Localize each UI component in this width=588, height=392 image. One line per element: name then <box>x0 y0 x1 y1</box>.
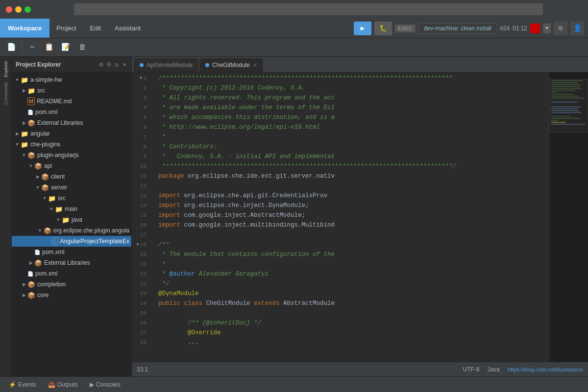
bottom-tab-events[interactable]: ⚡ Events <box>4 379 41 390</box>
stop-button[interactable] <box>530 23 540 33</box>
tree-item[interactable]: ▼📦plugin-angularjs <box>12 150 131 161</box>
menu-item-workspace[interactable]: Workspace <box>0 19 49 38</box>
bottom-tab-outputs[interactable]: 📤 Outputs <box>43 379 83 390</box>
tree-item[interactable]: ▼📁java <box>12 214 131 225</box>
line-number: 22 <box>132 279 150 289</box>
code-line[interactable]: public class CheGitModule extends Abstra… <box>158 299 549 308</box>
tree-item[interactable]: ▼📁src <box>12 193 131 204</box>
side-icon-commands[interactable]: Commands <box>2 80 9 107</box>
editor-tabs: ApiServletModule CheGitModule ✕ <box>132 57 588 72</box>
tree-item[interactable]: ▶📁src <box>12 85 131 96</box>
run-command[interactable]: dev-machine: clean install <box>418 23 497 34</box>
menu-item-edit[interactable]: Edit <box>83 19 108 38</box>
tree-item[interactable]: 📄pom.xml <box>12 247 131 257</box>
tab-che-git[interactable]: CheGitModule ✕ <box>199 58 263 72</box>
code-line[interactable]: * Copyright (c) 2012-2016 Codenvy, S.A. <box>158 83 549 93</box>
new-file-button[interactable]: 📄 <box>4 41 19 54</box>
tree-item-label: src <box>58 195 66 202</box>
fold-arrow[interactable]: ▼ <box>136 240 139 250</box>
line-number: 3 <box>132 93 150 103</box>
tree-item[interactable]: ▶📦core <box>12 290 131 300</box>
tree-item[interactable]: ▶📦completion <box>12 279 131 290</box>
tree-item[interactable]: ▼📁main <box>12 204 131 214</box>
code-line[interactable]: */ <box>158 279 549 289</box>
code-line[interactable]: * @author Alexander Garagatyi <box>158 269 549 279</box>
code-line[interactable] <box>158 181 549 191</box>
line-number: ▼18 <box>132 240 150 250</box>
menu-items: Workspace Project Edit Assistant <box>0 19 147 38</box>
menu-item-assistant[interactable]: Assistant <box>108 19 147 38</box>
debug-button[interactable] <box>374 22 392 35</box>
menu-item-project[interactable]: Project <box>49 19 83 38</box>
tree-item[interactable]: ▼📁a-simple-hw <box>12 74 131 85</box>
fold-arrow[interactable]: ▼ <box>140 73 142 83</box>
tree-item[interactable]: ▼📁che-plugins <box>12 139 131 150</box>
tree-item[interactable]: ▶📦External Libraries <box>12 117 131 128</box>
minimize-button[interactable] <box>15 6 22 13</box>
file-tree: ▼📁a-simple-hw▶📁srcMREADME.md📄pom.xml▶📦Ex… <box>12 72 131 376</box>
cut-button[interactable]: ✂ <box>25 41 40 54</box>
code-line[interactable]: * which accompanies this distribution, a… <box>158 113 549 122</box>
tree-item[interactable]: CAngularProjectTemplateEx <box>12 236 131 247</box>
close-button[interactable] <box>6 6 12 13</box>
bottom-tab-events-label: Events <box>18 381 36 388</box>
tree-item[interactable]: ▼📦org.eclipse.che.plugin.angula <box>12 225 131 236</box>
tree-item-label: api <box>44 162 52 169</box>
line-number: 15 <box>132 210 150 220</box>
code-line[interactable]: /***************************************… <box>158 73 549 83</box>
code-line[interactable]: * All rights reserved. This program and … <box>158 93 549 103</box>
bottom-tab-consoles[interactable]: ▶ Consoles <box>85 379 125 390</box>
code-line[interactable]: ****************************************… <box>158 161 549 171</box>
tree-item[interactable]: ▶📁angular <box>12 128 131 139</box>
run-dropdown[interactable]: ▼ <box>543 23 551 33</box>
code-line[interactable]: /** <box>158 240 549 250</box>
code-line[interactable]: package org.eclipse.che.ide.ext.git.serv… <box>158 171 549 181</box>
code-line[interactable]: * <box>158 259 549 269</box>
code-line[interactable]: * The module that contains configuration… <box>158 250 549 259</box>
tree-item[interactable]: ▶📦client <box>12 171 131 182</box>
tree-item[interactable]: 📄pom.xml <box>12 107 131 117</box>
delete-button[interactable]: 🗑 <box>75 41 90 54</box>
code-line[interactable]: /** {@inheritDoc} */ <box>158 318 549 328</box>
code-line[interactable]: * <box>158 132 549 142</box>
url-bar[interactable] <box>74 3 543 15</box>
maximize-button[interactable] <box>24 6 31 13</box>
line-number: 12 <box>132 181 150 191</box>
copy-button[interactable]: 📋 <box>42 41 56 54</box>
code-line[interactable]: ... <box>158 338 549 347</box>
explorer-collapse-icon[interactable]: ⊟ <box>106 60 112 69</box>
events-icon: ⚡ <box>9 381 16 388</box>
code-line[interactable]: import com.google.inject.AbstractModule; <box>158 210 549 220</box>
tree-item[interactable]: ▼📦server <box>12 182 131 193</box>
run-button[interactable] <box>354 22 371 35</box>
tree-item[interactable]: MREADME.md <box>12 96 131 107</box>
exec-badge: EXEC <box>395 24 416 32</box>
explorer-settings-icon[interactable]: ⚙ <box>98 60 104 69</box>
code-line[interactable]: import org.eclipse.che.inject.DynaModule… <box>158 201 549 210</box>
line-number: 21 <box>132 269 150 279</box>
paste-button[interactable]: 📝 <box>58 41 73 54</box>
code-line[interactable] <box>158 308 549 318</box>
code-line[interactable] <box>158 230 549 240</box>
tab-close-git[interactable]: ✕ <box>253 62 257 69</box>
tab-api-servlet[interactable]: ApiServletModule <box>134 58 198 72</box>
profile-icon[interactable]: 👤 <box>570 22 584 35</box>
tree-item[interactable]: ▶📦External Libraries <box>12 257 131 268</box>
explorer-refresh-icon[interactable]: ↻ <box>114 60 120 69</box>
side-icon-explorer[interactable]: Explorer <box>2 59 9 79</box>
code-line[interactable]: * http://www.eclipse.org/legal/epl-v10.h… <box>158 122 549 132</box>
code-line[interactable]: * Contributors: <box>158 142 549 152</box>
explorer-close-icon[interactable]: ✕ <box>122 60 127 69</box>
code-line[interactable]: * are made available under the terms of … <box>158 103 549 113</box>
code-content[interactable]: /***************************************… <box>154 72 549 362</box>
code-line[interactable]: @Override <box>158 328 549 338</box>
tab-label-git: CheGitModule <box>212 62 250 69</box>
code-line[interactable]: import org.eclipse.che.api.git.Credentia… <box>158 191 549 201</box>
settings-icon[interactable]: ⚙ <box>554 22 567 35</box>
tree-item[interactable]: ▼📦api <box>12 161 131 171</box>
tree-item[interactable]: 📄pom.xml <box>12 268 131 279</box>
run-time: 01:12 <box>513 25 527 32</box>
code-line[interactable]: @DynaModule <box>158 289 549 299</box>
code-line[interactable]: * Codenvy, S.A. - initial API and implem… <box>158 152 549 161</box>
code-line[interactable]: import com.google.inject.multibindings.M… <box>158 220 549 230</box>
